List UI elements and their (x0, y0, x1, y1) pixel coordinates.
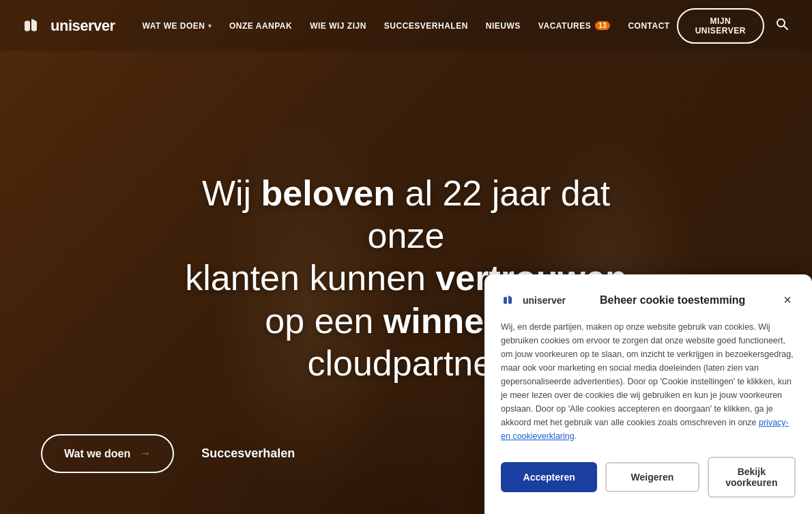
cookie-dialog-title: Beheer cookie toestemming (566, 294, 779, 306)
logo-icon (20, 14, 45, 38)
cookie-actions: Accepteren Weigeren Bekijk voorkeuren (501, 457, 796, 498)
nav-contact[interactable]: CONTACT (621, 17, 676, 35)
chevron-down-icon: ▾ (208, 23, 212, 29)
wat-we-doen-button[interactable]: Wat we doen → (41, 434, 174, 473)
arrow-icon: → (139, 446, 151, 461)
nav-onze-aanpak[interactable]: ONZE AANPAK (222, 17, 299, 35)
cookie-accept-button[interactable]: Accepteren (501, 462, 597, 492)
nav-succesverhalen[interactable]: SUCCESVERHALEN (377, 17, 475, 35)
nav-right: MIJN UNISERVER (677, 8, 792, 44)
navbar: uniserver WAT WE DOEN ▾ ONZE AANPAK WIE … (0, 0, 812, 51)
svg-line-2 (784, 26, 787, 29)
close-icon: × (783, 292, 792, 307)
nav-nieuws[interactable]: NIEUWS (479, 17, 527, 35)
cookie-logo-icon (501, 292, 517, 309)
logo[interactable]: uniserver (20, 14, 115, 38)
logo-text: uniserver (50, 17, 115, 35)
cookie-body-text: Wij, en derde partijen, maken op onze we… (501, 320, 796, 443)
cookie-voorkeuren-button[interactable]: Bekijk voorkeuren (708, 457, 796, 498)
vacatures-badge: 13 (595, 21, 610, 30)
cookie-close-button[interactable]: × (779, 291, 796, 309)
cookie-weigeren-button[interactable]: Weigeren (605, 462, 699, 492)
succesverhalen-link[interactable]: Succesverhalen (201, 446, 295, 461)
cookie-logo: uniserver (501, 292, 566, 309)
cookie-header: uniserver Beheer cookie toestemming × (501, 291, 796, 309)
nav-wie-wij-zijn[interactable]: WIE WIJ ZIJN (303, 17, 373, 35)
nav-vacatures[interactable]: VACATURES 13 (532, 17, 618, 35)
search-icon (775, 17, 789, 31)
cookie-dialog: uniserver Beheer cookie toestemming × Wi… (484, 274, 812, 514)
search-button[interactable] (772, 14, 792, 37)
mijn-uniserver-button[interactable]: MIJN UNISERVER (677, 8, 764, 44)
cookie-brand-text: uniserver (523, 295, 566, 306)
nav-wat-we-doen[interactable]: WAT WE DOEN ▾ (136, 17, 218, 35)
nav-links: WAT WE DOEN ▾ ONZE AANPAK WIE WIJ ZIJN S… (136, 17, 677, 35)
